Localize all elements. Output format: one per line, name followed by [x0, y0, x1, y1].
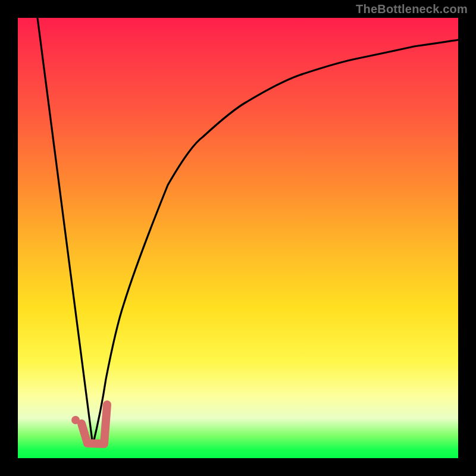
- plot-area: [18, 18, 458, 458]
- series-rising-curve: [93, 40, 458, 445]
- curves-layer: [18, 18, 458, 458]
- watermark-text: TheBottleneck.com: [356, 2, 468, 16]
- series-falling-line: [37, 18, 93, 445]
- chart-frame: TheBottleneck.com: [0, 0, 476, 476]
